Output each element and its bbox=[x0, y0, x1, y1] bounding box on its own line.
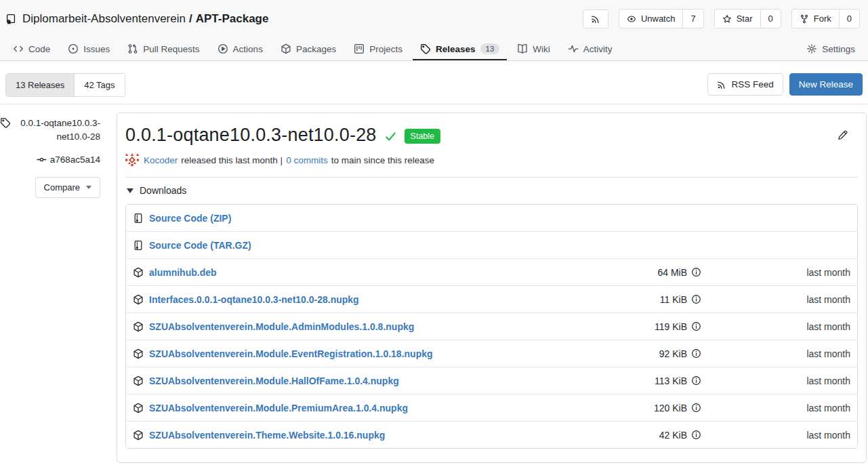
rss-button[interactable] bbox=[583, 9, 608, 28]
asset-link[interactable]: SZUAbsolventenverein.Module.PremiumArea.… bbox=[149, 403, 408, 413]
fork-label: Fork bbox=[814, 14, 831, 24]
filter-tags[interactable]: 42 Tags bbox=[74, 74, 124, 96]
asset-row: Interfaces.0.0.1-oqtane10.0.3-net10.0-28… bbox=[126, 285, 857, 312]
commits-count-link[interactable]: 0 commits bbox=[286, 155, 328, 165]
release-header: 0.0.1-oqtane10.0.3-net10.0-28 Stable bbox=[125, 121, 858, 148]
tab-activity[interactable]: Activity bbox=[560, 37, 620, 60]
forks-count[interactable]: 0 bbox=[839, 9, 859, 28]
asset-link[interactable]: alumnihub.deb bbox=[149, 267, 217, 278]
asset-size: 113 KiB bbox=[545, 375, 701, 386]
info-icon[interactable] bbox=[691, 375, 701, 386]
tab-wiki[interactable]: Wiki bbox=[510, 37, 558, 60]
commit-sha-link[interactable]: a768ac5a14 bbox=[50, 155, 100, 165]
star-button-group: Star 0 bbox=[714, 9, 781, 28]
asset-link[interactable]: Interfaces.0.0.1-oqtane10.0.3-net10.0-28… bbox=[149, 294, 359, 305]
asset-size-value: 119 KiB bbox=[655, 321, 687, 332]
release-sidebar: 0.0.1-oqtane10.0.3-net10.0-28 a768ac5a14… bbox=[0, 113, 117, 198]
rss-feed-label: RSS Feed bbox=[731, 79, 773, 89]
asset-row: SZUAbsolventenverein.Module.PremiumArea.… bbox=[126, 394, 857, 421]
asset-size: 92 KiB bbox=[545, 348, 701, 359]
tab-label: Code bbox=[28, 44, 50, 54]
asset-link[interactable]: SZUAbsolventenverein.Module.HallOfFame.1… bbox=[149, 375, 399, 386]
tab-code[interactable]: Code bbox=[5, 37, 58, 60]
repo-name-link[interactable]: APT-Package bbox=[196, 12, 269, 26]
asset-size-value: 120 KiB bbox=[654, 403, 687, 413]
tab-pull-requests[interactable]: Pull Requests bbox=[120, 37, 207, 60]
asset-date: last month bbox=[701, 403, 850, 413]
compare-button[interactable]: Compare bbox=[35, 177, 100, 198]
releases-toolbar: 13 Releases 42 Tags RSS Feed New Release bbox=[0, 61, 868, 104]
asset-link[interactable]: Source Code (ZIP) bbox=[149, 213, 231, 224]
asset-link[interactable]: SZUAbsolventenverein.Theme.Website.1.0.1… bbox=[149, 430, 385, 441]
asset-row: SZUAbsolventenverein.Module.AdminModules… bbox=[126, 312, 857, 340]
info-icon[interactable] bbox=[691, 267, 701, 277]
package-icon bbox=[133, 403, 144, 413]
tab-label: Issues bbox=[83, 44, 110, 54]
compare-label: Compare bbox=[44, 182, 80, 192]
star-label: Star bbox=[737, 14, 753, 24]
asset-size: 64 MiB bbox=[545, 267, 701, 278]
pull-request-icon bbox=[127, 43, 138, 54]
tab-releases[interactable]: Releases13 bbox=[413, 37, 507, 60]
info-icon[interactable] bbox=[691, 430, 701, 440]
repo-owner-link[interactable]: Diplomarbeit-Absolventenverein bbox=[22, 12, 186, 26]
filter-releases[interactable]: 13 Releases bbox=[6, 74, 74, 96]
releases-main: 0.0.1-oqtane10.0.3-net10.0-28 a768ac5a14… bbox=[0, 113, 868, 463]
fork-button[interactable]: Fork bbox=[792, 9, 839, 28]
asset-size: 120 KiB bbox=[545, 403, 701, 413]
watchers-count[interactable]: 7 bbox=[682, 9, 703, 28]
asset-name-cell: SZUAbsolventenverein.Module.HallOfFame.1… bbox=[133, 375, 545, 386]
tab-projects[interactable]: Projects bbox=[346, 37, 410, 60]
breadcrumb-separator: / bbox=[189, 12, 192, 26]
identicon-avatar bbox=[125, 153, 139, 167]
package-icon bbox=[133, 430, 144, 441]
asset-link[interactable]: SZUAbsolventenverein.Module.EventRegistr… bbox=[149, 348, 433, 359]
asset-size: 42 KiB bbox=[545, 430, 701, 441]
releases-tags-switch: 13 Releases 42 Tags bbox=[5, 73, 125, 97]
asset-size: 119 KiB bbox=[545, 321, 701, 332]
book-icon bbox=[517, 43, 528, 54]
package-icon bbox=[281, 43, 291, 54]
info-icon[interactable] bbox=[691, 348, 701, 359]
new-release-button[interactable]: New Release bbox=[789, 73, 863, 96]
asset-name-cell: SZUAbsolventenverein.Module.EventRegistr… bbox=[133, 348, 545, 359]
edit-release-button[interactable] bbox=[834, 127, 851, 144]
rss-feed-button[interactable]: RSS Feed bbox=[707, 73, 783, 96]
asset-name-cell: Source Code (TAR.GZ) bbox=[133, 240, 545, 251]
info-icon[interactable] bbox=[691, 321, 701, 331]
asset-date: last month bbox=[701, 430, 850, 441]
check-icon bbox=[384, 130, 397, 143]
rss-icon bbox=[591, 14, 600, 24]
tab-issues[interactable]: Issues bbox=[60, 37, 117, 60]
asset-date: last month bbox=[701, 348, 850, 359]
asset-link[interactable]: SZUAbsolventenverein.Module.AdminModules… bbox=[149, 321, 414, 332]
tab-label: Pull Requests bbox=[143, 44, 199, 54]
author-link[interactable]: Kocoder bbox=[144, 155, 178, 165]
asset-link[interactable]: Source Code (TAR.GZ) bbox=[149, 240, 251, 251]
tab-packages[interactable]: Packages bbox=[273, 37, 344, 60]
tab-settings[interactable]: Settings bbox=[799, 37, 863, 60]
asset-date: last month bbox=[701, 321, 850, 332]
downloads-toggle[interactable]: Downloads bbox=[125, 185, 858, 196]
tab-label: Settings bbox=[822, 44, 855, 54]
watch-button-group: Unwatch 7 bbox=[619, 9, 704, 28]
asset-row: SZUAbsolventenverein.Module.HallOfFame.1… bbox=[126, 367, 857, 394]
package-icon bbox=[133, 267, 144, 278]
unwatch-button[interactable]: Unwatch bbox=[619, 9, 683, 28]
asset-row: SZUAbsolventenverein.Theme.Website.1.0.1… bbox=[126, 421, 857, 448]
byline-suffix: to main since this release bbox=[331, 155, 434, 165]
pencil-icon bbox=[837, 129, 848, 141]
asset-size-value: 11 KiB bbox=[660, 294, 687, 305]
info-icon[interactable] bbox=[691, 403, 701, 413]
issue-icon bbox=[68, 43, 79, 54]
downloads-label: Downloads bbox=[140, 185, 186, 196]
asset-name-cell: alumnihub.deb bbox=[133, 267, 545, 278]
star-button[interactable]: Star bbox=[715, 9, 760, 28]
tab-actions[interactable]: Actions bbox=[210, 37, 270, 60]
rss-icon bbox=[717, 80, 726, 89]
toolbar-actions: RSS Feed New Release bbox=[707, 73, 863, 96]
tab-label: Activity bbox=[583, 44, 613, 54]
stars-count[interactable]: 0 bbox=[760, 9, 781, 28]
release-byline: Kocoder released this last month | 0 com… bbox=[125, 153, 858, 167]
info-icon[interactable] bbox=[691, 294, 701, 304]
